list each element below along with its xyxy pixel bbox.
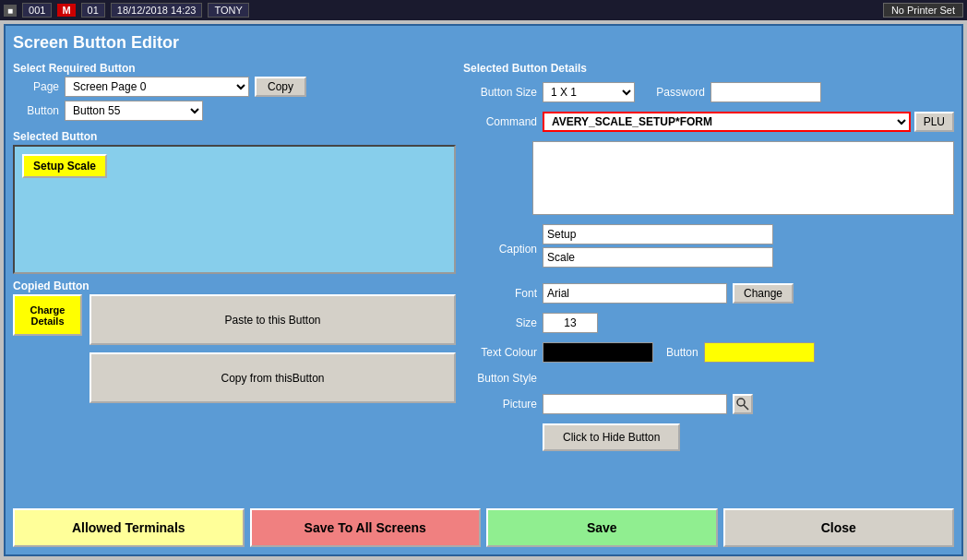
search-icon	[736, 398, 749, 411]
selected-button-details-label: Selected Button Details	[463, 62, 954, 75]
app-title: Screen Button Editor	[13, 33, 954, 53]
button-colour-label: Button	[666, 346, 698, 359]
page-select[interactable]: Screen Page 0	[65, 77, 249, 97]
selected-button-section: Selected Button Setup Scale	[13, 130, 456, 274]
allowed-terminals-button[interactable]: Allowed Terminals	[13, 508, 245, 547]
selected-button-label: Selected Button	[13, 130, 456, 143]
command-textarea[interactable]	[532, 141, 954, 215]
close-button[interactable]: Close	[723, 508, 955, 547]
screen-id: 01	[81, 3, 105, 18]
size-password-row: Button Size 1 X 1 Password	[463, 82, 954, 102]
picture-search-button[interactable]	[733, 394, 753, 414]
command-label: Command	[463, 115, 537, 128]
charge-details-button[interactable]: Charge Details	[13, 294, 82, 336]
button-size-select[interactable]: 1 X 1	[543, 82, 635, 102]
text-colour-swatch[interactable]	[543, 342, 653, 363]
printer-status: No Printer Set	[883, 3, 963, 18]
top-bar: ■ 001 M 01 18/12/2018 14:23 TONY No Prin…	[0, 0, 967, 20]
selected-button-box: Setup Scale	[13, 145, 456, 274]
select-required-label: Select Required Button	[13, 62, 456, 75]
button-row: Button Button 55	[13, 101, 456, 121]
textarea-row	[463, 141, 954, 215]
plu-button[interactable]: PLU	[914, 112, 954, 132]
page-label: Page	[13, 80, 59, 93]
command-row: Command AVERY_SCALE_SETUP*FORM PLU	[463, 112, 954, 132]
caption-section	[543, 224, 773, 270]
button-style-row: Button Style	[463, 372, 954, 385]
colour-row: Text Colour Button	[463, 342, 954, 363]
picture-label: Picture	[463, 398, 537, 411]
setup-scale-button[interactable]: Setup Scale	[22, 154, 107, 178]
command-container: AVERY_SCALE_SETUP*FORM PLU	[543, 112, 954, 132]
font-input[interactable]	[543, 283, 727, 304]
terminal-id: 001	[22, 3, 52, 18]
paste-to-button[interactable]: Paste to this Button	[90, 294, 456, 345]
button-colour-swatch[interactable]	[704, 342, 815, 363]
datetime: 18/12/2018 14:23	[111, 3, 203, 18]
paste-copy-area: Paste to this Button Copy from this Butt…	[90, 294, 456, 403]
size-row: Size	[463, 313, 954, 333]
mode-indicator: M	[57, 4, 75, 17]
bottom-bar: Allowed Terminals Save To All Screens Sa…	[13, 508, 954, 547]
font-label: Font	[463, 287, 537, 300]
hide-button[interactable]: Click to Hide Button	[543, 423, 680, 451]
left-panel: Select Required Button Page Screen Page …	[13, 62, 456, 503]
button-label: Button	[13, 104, 59, 117]
main-container: Screen Button Editor Select Required But…	[4, 24, 963, 556]
picture-row: Picture	[463, 394, 954, 414]
app-icon: ■	[4, 5, 17, 17]
save-button[interactable]: Save	[486, 508, 718, 547]
copied-button-section: Copied Button Charge Details Paste to th…	[13, 280, 456, 403]
picture-input[interactable]	[543, 394, 727, 414]
change-font-button[interactable]: Change	[733, 283, 794, 304]
copied-button-label: Copied Button	[13, 280, 456, 292]
copied-button-area: Charge Details Paste to this Button Copy…	[13, 294, 456, 403]
svg-point-0	[737, 399, 745, 406]
size-label: Size	[463, 316, 537, 329]
font-row: Font Change	[463, 283, 954, 304]
caption-input-2[interactable]	[543, 247, 773, 268]
right-panel: Selected Button Details Button Size 1 X …	[463, 62, 954, 503]
caption-input-1[interactable]	[543, 224, 773, 244]
page-row: Page Screen Page 0 Copy	[13, 77, 456, 97]
username: TONY	[208, 3, 248, 18]
size-input[interactable]	[543, 313, 598, 333]
password-label: Password	[640, 86, 705, 99]
caption-row: Caption	[463, 224, 954, 274]
button-size-label: Button Size	[463, 86, 537, 99]
content-area: Select Required Button Page Screen Page …	[13, 62, 954, 503]
copy-button[interactable]: Copy	[255, 77, 306, 97]
copy-from-button[interactable]: Copy from this Button	[90, 352, 456, 403]
hide-row: Click to Hide Button	[463, 423, 954, 451]
button-style-label: Button Style	[463, 372, 537, 385]
text-colour-label: Text Colour	[463, 346, 537, 359]
password-input[interactable]	[710, 82, 821, 102]
select-required-section: Select Required Button Page Screen Page …	[13, 62, 456, 125]
caption-label: Caption	[463, 243, 537, 256]
command-select[interactable]: AVERY_SCALE_SETUP*FORM	[543, 112, 911, 132]
svg-line-1	[744, 405, 748, 410]
button-select[interactable]: Button 55	[65, 101, 203, 121]
save-to-all-screens-button[interactable]: Save To All Screens	[250, 508, 482, 547]
